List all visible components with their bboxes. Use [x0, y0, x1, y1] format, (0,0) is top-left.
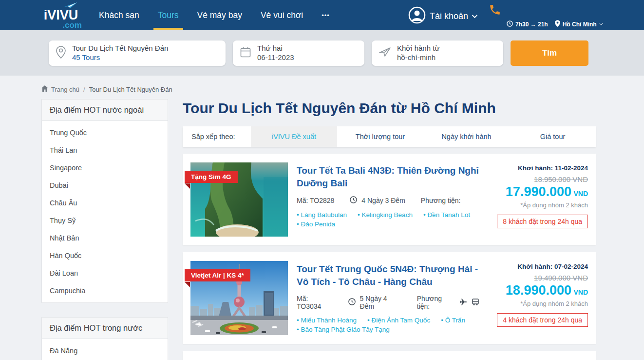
- tour-card-bali: Tặng Sim 4G Tour Tết Ta Bali 4N3Đ: Thiên…: [183, 154, 596, 245]
- sort-option-duration[interactable]: Thời lượng tour: [337, 126, 423, 147]
- price-note: *Áp dụng nhóm 2 khách: [488, 201, 588, 209]
- breadcrumb: Trang chủ / Tour Du Lịch Tết Nguyên Đán: [41, 85, 644, 93]
- sidebar-item-thai-lan[interactable]: Thái Lan: [42, 141, 168, 159]
- departure-value: hồ-chí-minh: [397, 53, 439, 62]
- nav-item-ve-vui-choi[interactable]: Vé vui chơi: [261, 0, 303, 30]
- promo-badge: Vietjet Air | KS 4*: [185, 269, 250, 281]
- old-price: 19.490.000 VND: [488, 274, 588, 282]
- highlight-link[interactable]: Bảo Tàng Phật Giáo Tây Tạng: [297, 326, 390, 333]
- sort-label: Sắp xếp theo:: [183, 126, 251, 147]
- ivivu-logo[interactable]: iVIVU .com: [40, 2, 82, 29]
- sidebar-item-campuchia[interactable]: Campuchia: [42, 282, 168, 300]
- departure-date: Khởi hành: 11-02-2024: [488, 164, 588, 172]
- sidebar-item-dubai[interactable]: Dubai: [42, 177, 168, 194]
- sidebar-item-han-quoc[interactable]: Hàn Quốc: [42, 247, 168, 264]
- sort-option-recommended[interactable]: iVIVU Đề xuất: [251, 126, 337, 147]
- transport-label: Phương tiện:: [421, 197, 461, 204]
- price[interactable]: 18.990.000 VND: [488, 283, 588, 298]
- nav-item-tours[interactable]: Tours: [153, 0, 183, 30]
- nav-item-ve-may-bay[interactable]: Vé máy bay: [197, 0, 242, 30]
- highlight-link[interactable]: Làng Batubulan: [297, 211, 347, 219]
- sidebar-item-chau-au[interactable]: Châu Âu: [42, 194, 168, 212]
- calendar-icon: [240, 46, 251, 60]
- chevron-down-icon: [599, 22, 603, 25]
- booked-badge: 4 khách đặt trong 24h qua: [497, 313, 588, 327]
- booked-badge: 8 khách đặt trong 24h qua: [497, 215, 588, 228]
- sidebar-section-foreign: Địa điểm HOT nước ngoài Trung Quốc Thái …: [41, 99, 168, 303]
- departure-label: Khởi hành từ: [397, 44, 439, 53]
- tour-code: Mã: TO3034: [297, 295, 333, 310]
- tour-highlights: Miếu Thành Hoàng Điện Ảnh Tam Quốc Ô Trấ…: [297, 317, 479, 333]
- highlight-link[interactable]: Miếu Thành Hoàng: [297, 317, 357, 324]
- tour-duration: 5 Ngày 4 Đêm: [360, 295, 402, 310]
- more-menu-icon[interactable]: •••: [322, 0, 330, 30]
- map-pin-icon: [56, 46, 66, 60]
- sort-option-departure[interactable]: Ngày khởi hành: [423, 126, 510, 147]
- sort-option-price[interactable]: Giá tour: [510, 126, 596, 147]
- sidebar: Địa điểm HOT nước ngoài Trung Quốc Thái …: [41, 99, 168, 360]
- date-field[interactable]: Thứ hai 06-11-2023: [233, 40, 364, 66]
- price[interactable]: 17.990.000 VND: [488, 184, 588, 200]
- tour-card-partial: [183, 351, 596, 360]
- promo-badge: Tặng Sim 4G: [185, 171, 238, 183]
- sidebar-section-domestic: Địa điểm HOT trong nước Đà Nẵng: [41, 317, 168, 360]
- breadcrumb-separator: /: [83, 86, 85, 93]
- phone-icon[interactable]: [489, 3, 501, 18]
- transport-label: Phương tiện:: [417, 295, 455, 310]
- clock-icon: [507, 20, 513, 28]
- bus-icon: [472, 298, 479, 307]
- tour-duration: 4 Ngày 3 Đêm: [361, 197, 405, 204]
- sidebar-header-domestic: Địa điểm HOT trong nước: [42, 318, 168, 339]
- account-label: Tài khoản: [430, 11, 468, 21]
- top-navbar: iVIVU .com Khách sạn Tours Vé máy bay Vé…: [0, 0, 644, 30]
- departure-date: Khởi hành: 07-02-2024: [488, 263, 588, 270]
- destination-value: Tour Du Lịch Tết Nguyên Đán: [72, 44, 168, 53]
- highlight-link[interactable]: Điện Ảnh Tam Quốc: [367, 317, 430, 324]
- branch-location[interactable]: Hồ Chí Minh: [563, 21, 597, 28]
- clock-icon: [348, 298, 356, 307]
- search-button[interactable]: Tìm: [511, 40, 588, 66]
- nav-item-khach-san[interactable]: Khách sạn: [99, 0, 139, 30]
- old-price: 18.950.000 VND: [488, 175, 588, 183]
- ribbon-fold: [185, 282, 190, 287]
- avatar-icon: [408, 6, 426, 26]
- main-menu: Khách sạn Tours Vé máy bay Vé vui chơi •…: [99, 0, 330, 30]
- send-icon: [379, 46, 391, 60]
- sidebar-item-thuy-sy[interactable]: Thụy Sỹ: [42, 212, 168, 229]
- breadcrumb-home[interactable]: Trang chủ: [41, 85, 79, 93]
- highlight-link[interactable]: Đảo Penida: [297, 220, 335, 228]
- highlight-link[interactable]: Đền Tanah Lot: [423, 211, 470, 219]
- chevron-down-icon: [472, 13, 477, 18]
- plane-icon: [459, 298, 467, 307]
- ribbon-fold: [185, 183, 190, 189]
- search-band: Tour Du Lịch Tết Nguyên Đán 45 Tours Thứ…: [0, 30, 644, 76]
- tour-title-link[interactable]: Tour Tết Ta Bali 4N3Đ: Thiên Đường Nghỉ …: [297, 164, 479, 189]
- sidebar-item-nhat-ban[interactable]: Nhật Bản: [42, 229, 168, 247]
- tour-highlights: Làng Batubulan Kelingking Beach Đền Tana…: [297, 211, 479, 228]
- date-value: 06-11-2023: [257, 53, 294, 62]
- working-hours: 7h30 → 21h: [515, 21, 548, 28]
- destination-field[interactable]: Tour Du Lịch Tết Nguyên Đán 45 Tours: [49, 40, 226, 66]
- hotline-hours: 7h30 → 21h Hồ Chí Minh: [507, 20, 602, 28]
- sidebar-item-singapore[interactable]: Singapore: [42, 159, 168, 177]
- sidebar-item-da-nang[interactable]: Đà Nẵng: [42, 342, 168, 360]
- tour-card-trung-quoc: Vietjet Air | KS 4* Tour Tết Trung Quốc …: [183, 252, 596, 344]
- date-weekday: Thứ hai: [257, 44, 294, 53]
- sort-bar: Sắp xếp theo: iVIVU Đề xuất Thời lượng t…: [183, 126, 596, 147]
- breadcrumb-current: Tour Du Lịch Tết Nguyên Đán: [89, 86, 172, 93]
- page-title: Tour Du Lịch Tết Nguyên Đán từ Hồ Chí Mi…: [183, 100, 596, 117]
- home-icon: [41, 85, 48, 93]
- sidebar-item-trung-quoc[interactable]: Trung Quốc: [42, 124, 168, 141]
- sidebar-item-dai-loan[interactable]: Đài Loan: [42, 264, 168, 282]
- price-note: *Áp dụng nhóm 2 khách: [488, 300, 588, 307]
- breadcrumb-home-label: Trang chủ: [51, 86, 79, 93]
- tour-title-link[interactable]: Tour Tết Trung Quốc 5N4Đ: Thượng Hải - V…: [297, 263, 479, 288]
- paper-plane-icon: [63, 2, 78, 12]
- account-menu[interactable]: Tài khoản: [408, 6, 476, 26]
- highlight-link[interactable]: Ô Trấn: [441, 317, 465, 324]
- tour-code: Mã: TO2828: [297, 197, 334, 204]
- destination-count: 45 Tours: [72, 53, 168, 62]
- sidebar-header-foreign: Địa điểm HOT nước ngoài: [42, 100, 168, 121]
- departure-field[interactable]: Khởi hành từ hồ-chí-minh: [372, 40, 503, 66]
- highlight-link[interactable]: Kelingking Beach: [358, 211, 413, 219]
